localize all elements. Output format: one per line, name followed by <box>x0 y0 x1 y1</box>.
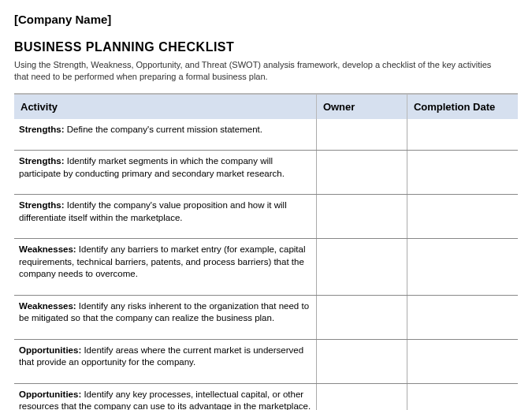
header-completion-date: Completion Date <box>407 94 518 119</box>
activity-category: Weaknesses: <box>19 301 76 311</box>
company-name: [Company Name] <box>14 13 518 26</box>
cell-activity: Strengths: Identify the company's value … <box>14 195 316 239</box>
cell-activity: Strengths: Define the company's current … <box>14 119 316 151</box>
cell-owner <box>316 295 407 339</box>
activity-category: Strengths: <box>19 125 65 134</box>
table-row: Strengths: Identify the company's value … <box>14 195 518 239</box>
cell-completion-date <box>407 151 518 195</box>
checklist-table: Activity Owner Completion Date Strengths… <box>14 93 518 410</box>
document-title: BUSINESS PLANNING CHECKLIST <box>14 40 518 54</box>
table-header-row: Activity Owner Completion Date <box>14 94 518 119</box>
activity-category: Weaknesses: <box>19 244 76 254</box>
cell-owner <box>316 239 407 296</box>
cell-owner <box>316 119 407 151</box>
document-description: Using the Strength, Weakness, Opportunit… <box>14 59 503 84</box>
table-row: Opportunities: Identify any key processe… <box>14 383 518 410</box>
cell-owner <box>316 339 407 383</box>
header-owner: Owner <box>316 94 407 119</box>
cell-completion-date <box>407 295 518 339</box>
table-row: Weaknesses: Identify any barriers to mar… <box>14 239 518 296</box>
table-row: Opportunities: Identify areas where the … <box>14 339 518 383</box>
activity-category: Opportunities: <box>19 345 81 355</box>
cell-completion-date <box>407 339 518 383</box>
cell-activity: Opportunities: Identify any key processe… <box>14 383 316 410</box>
table-row: Weaknesses: Identify any risks inherent … <box>14 295 518 339</box>
activity-category: Strengths: <box>19 200 65 210</box>
cell-owner <box>316 383 407 410</box>
cell-completion-date <box>407 383 518 410</box>
cell-activity: Weaknesses: Identify any barriers to mar… <box>14 239 316 296</box>
cell-completion-date <box>407 239 518 296</box>
cell-activity: Opportunities: Identify areas where the … <box>14 339 316 383</box>
cell-owner <box>316 195 407 239</box>
cell-activity: Strengths: Identify market segments in w… <box>14 151 316 195</box>
cell-activity: Weaknesses: Identify any risks inherent … <box>14 295 316 339</box>
header-activity: Activity <box>14 94 316 119</box>
cell-owner <box>316 151 407 195</box>
table-row: Strengths: Define the company's current … <box>14 119 518 151</box>
activity-category: Strengths: <box>19 156 65 166</box>
table-row: Strengths: Identify market segments in w… <box>14 151 518 195</box>
cell-completion-date <box>407 119 518 151</box>
cell-completion-date <box>407 195 518 239</box>
activity-category: Opportunities: <box>19 390 81 399</box>
activity-text: Define the company's current mission sta… <box>65 125 262 134</box>
